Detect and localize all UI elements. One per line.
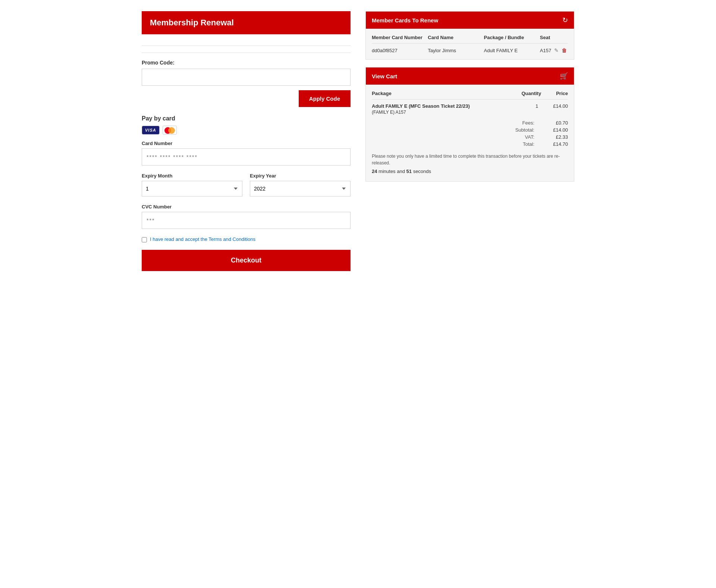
expiry-year-group: Expiry Year 2022 2023 2024 2025 2026	[250, 173, 351, 196]
expiry-year-select[interactable]: 2022 2023 2024 2025 2026	[250, 181, 351, 196]
right-column: Member Cards To Renew ↻ Member Card Numb…	[365, 11, 574, 271]
cart-icon: 🛒	[560, 72, 568, 80]
member-cards-table-header: Member Card Number Card Name Package / B…	[372, 35, 568, 44]
card-number-label: Card Number	[142, 141, 351, 146]
expiry-month-label: Expiry Month	[142, 173, 242, 179]
terms-link[interactable]: I have read and accept the Terms and Con…	[150, 236, 255, 242]
cart-item-row: Adult FAMILY E (MFC Season Ticket 22/23)…	[372, 103, 568, 115]
terms-row: I have read and accept the Terms and Con…	[142, 236, 351, 242]
cell-card-name: Taylor Jimms	[428, 48, 484, 53]
divider-mid	[142, 53, 351, 53]
promo-code-label: Promo Code:	[142, 60, 351, 66]
subtotal-row: Subtotal: £14.00	[372, 127, 568, 133]
pay-by-card-label: Pay by card	[142, 115, 351, 122]
col-seat: Seat	[540, 35, 568, 40]
edit-icon[interactable]: ✎	[554, 47, 559, 53]
total-label: Total:	[523, 141, 534, 147]
expiry-row: Expiry Month 1 2 3 4 5 6 7 8 9 10 11 12	[142, 173, 351, 196]
expiry-month-group: Expiry Month 1 2 3 4 5 6 7 8 9 10 11 12	[142, 173, 242, 196]
total-value: £14.70	[546, 141, 568, 147]
view-cart-panel: View Cart 🛒 Package Quantity Price Adult…	[365, 67, 574, 182]
member-cards-header: Member Cards To Renew ↻	[366, 12, 574, 29]
fees-row: Fees: £0.70	[372, 120, 568, 126]
fees-value: £0.70	[546, 120, 568, 126]
total-row: Total: £14.70	[372, 141, 568, 147]
cart-item-quantity: 1	[536, 103, 538, 115]
divider-top	[142, 45, 351, 46]
refresh-icon[interactable]: ↻	[562, 16, 568, 24]
vat-value: £2.33	[546, 134, 568, 140]
fees-label: Fees:	[522, 120, 534, 126]
apply-code-button[interactable]: Apply Code	[299, 90, 351, 107]
time-label-minutes: minutes and	[379, 169, 406, 174]
expiry-month-select[interactable]: 1 2 3 4 5 6 7 8 9 10 11 12	[142, 181, 242, 196]
checkout-button[interactable]: Checkout	[142, 250, 351, 271]
view-cart-header: View Cart 🛒	[366, 67, 574, 85]
time-minutes: 24	[372, 169, 377, 174]
cell-package: Adult FAMILY E	[484, 48, 540, 53]
cart-col-package: Package	[372, 91, 506, 96]
cart-notice-text: Please note you only have a limited time…	[372, 154, 560, 166]
cart-notice: Please note you only have a limited time…	[372, 153, 568, 175]
expiry-year-label: Expiry Year	[250, 173, 351, 179]
cell-card-number: dd0a0f8527	[372, 48, 428, 53]
cvc-label: CVC Number	[142, 204, 351, 210]
left-column: Membership Renewal Promo Code: Apply Cod…	[142, 11, 351, 271]
cart-totals: Fees: £0.70 Subtotal: £14.00 VAT: £2.33 …	[372, 120, 568, 147]
table-row: dd0a0f8527 Taylor Jimms Adult FAMILY E A…	[372, 47, 568, 53]
time-seconds: 51	[406, 169, 412, 174]
cell-seat-actions: A157 ✎ 🗑	[540, 47, 568, 53]
subtotal-label: Subtotal:	[515, 127, 534, 133]
pay-by-card-section: Pay by card VISA Card Number Expiry Mont…	[142, 115, 351, 271]
cart-item-sub: (FAMILY E) A157	[372, 110, 521, 115]
cart-notice-time: 24 minutes and 51 seconds	[372, 168, 568, 175]
terms-checkbox[interactable]	[142, 237, 147, 242]
promo-code-input[interactable]	[142, 69, 351, 86]
card-number-input[interactable]	[142, 148, 351, 166]
cvc-input[interactable]	[142, 212, 351, 229]
vat-row: VAT: £2.33	[372, 134, 568, 140]
view-cart-body: Package Quantity Price Adult FAMILY E (M…	[366, 85, 574, 181]
mastercard-icon	[163, 126, 177, 135]
cart-item-name: Adult FAMILY E (MFC Season Ticket 22/23)	[372, 103, 521, 109]
promo-code-section: Promo Code: Apply Code	[142, 60, 351, 107]
cart-item-price: £14.00	[553, 103, 568, 115]
time-label-seconds: seconds	[413, 169, 431, 174]
vat-label: VAT:	[525, 134, 534, 140]
card-icons: VISA	[142, 126, 351, 135]
view-cart-title: View Cart	[372, 73, 397, 79]
col-card-name: Card Name	[428, 35, 484, 40]
cart-col-headers: Package Quantity Price	[372, 91, 568, 100]
member-cards-body: Member Card Number Card Name Package / B…	[366, 29, 574, 59]
member-cards-title: Member Cards To Renew	[372, 17, 438, 23]
cart-item-details: Adult FAMILY E (MFC Season Ticket 22/23)…	[372, 103, 521, 115]
page-title: Membership Renewal	[142, 11, 351, 34]
cart-col-quantity: Quantity	[521, 91, 541, 96]
col-package-bundle: Package / Bundle	[484, 35, 540, 40]
col-card-number: Member Card Number	[372, 35, 428, 40]
member-cards-panel: Member Cards To Renew ↻ Member Card Numb…	[365, 11, 574, 60]
cell-seat: A157	[540, 48, 551, 53]
cart-col-price: Price	[556, 91, 568, 96]
visa-icon: VISA	[142, 126, 160, 135]
delete-icon[interactable]: 🗑	[562, 47, 567, 53]
subtotal-value: £14.00	[546, 127, 568, 133]
